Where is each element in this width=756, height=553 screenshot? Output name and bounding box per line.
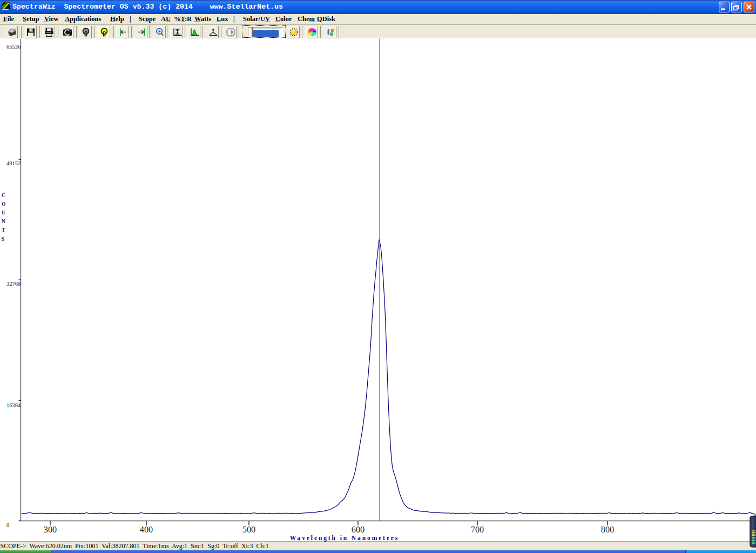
svg-text:32768: 32768 bbox=[6, 281, 21, 287]
svg-text:16384: 16384 bbox=[6, 402, 21, 408]
svg-text:49152: 49152 bbox=[6, 160, 21, 166]
svg-text:S: S bbox=[2, 237, 4, 242]
svg-text:O: O bbox=[2, 201, 5, 207]
svg-text:300: 300 bbox=[44, 524, 57, 535]
svg-text:Wavelength in Nanometers: Wavelength in Nanometers bbox=[290, 535, 399, 542]
svg-text:0: 0 bbox=[6, 522, 9, 528]
svg-text:T: T bbox=[2, 227, 5, 233]
svg-text:65536: 65536 bbox=[6, 44, 21, 50]
svg-text:U: U bbox=[2, 210, 5, 215]
svg-text:500: 500 bbox=[242, 524, 255, 535]
svg-text:800: 800 bbox=[601, 524, 614, 535]
svg-text:C: C bbox=[2, 193, 5, 198]
svg-text:600: 600 bbox=[352, 524, 364, 535]
svg-text:N: N bbox=[2, 219, 5, 224]
svg-text:700: 700 bbox=[471, 524, 484, 535]
svg-text:400: 400 bbox=[140, 524, 153, 535]
